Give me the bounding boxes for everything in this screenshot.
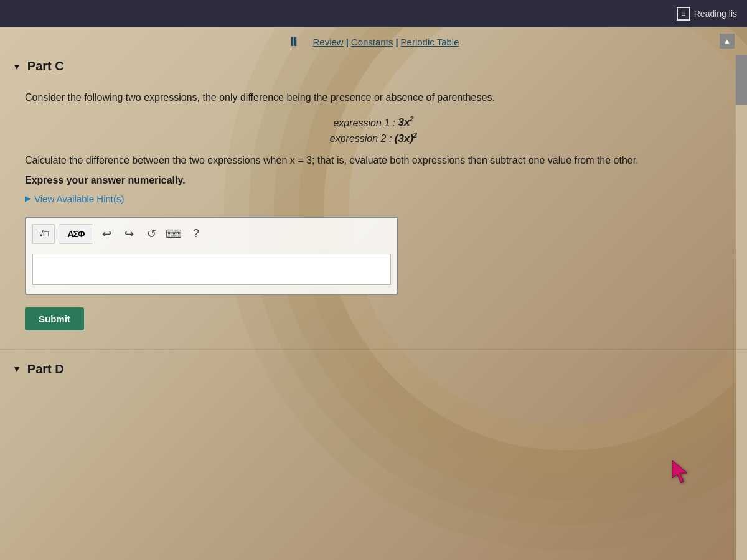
- refresh-icon: ↺: [147, 227, 156, 241]
- reading-list-icon: ≡: [677, 7, 690, 21]
- refresh-button[interactable]: ↺: [142, 225, 161, 243]
- expression-2-value: (3x)2: [395, 133, 417, 144]
- header-nav: ⏸ Review | Constants | Periodic Table ▲: [0, 27, 747, 54]
- bold-instruction: Express your answer numerically.: [25, 175, 722, 186]
- redo-icon: ↪: [125, 227, 134, 241]
- svg-marker-0: [672, 460, 687, 483]
- answer-input[interactable]: [32, 254, 391, 285]
- expression-1-label: expression 1 :: [333, 117, 398, 128]
- expression-1-line: expression 1 : 3x2: [25, 116, 722, 129]
- help-icon: ?: [193, 227, 199, 240]
- calculate-text: Calculate the difference between the two…: [25, 152, 722, 169]
- part-c-title: Part C: [27, 59, 64, 73]
- expressions-block: expression 1 : 3x2 expression 2 : (3x)2: [25, 116, 722, 145]
- part-c-header: ▼ Part C: [0, 54, 747, 83]
- greek-symbols-label: ΑΣΦ: [67, 229, 84, 239]
- hint-link[interactable]: ▶ View Available Hint(s): [25, 194, 722, 204]
- keyboard-icon: ⌨: [166, 227, 182, 241]
- help-button[interactable]: ?: [187, 225, 205, 243]
- part-d-title: Part D: [27, 362, 64, 376]
- undo-icon: ↩: [102, 227, 111, 241]
- expression-2-line: expression 2 : (3x)2: [25, 131, 722, 145]
- constants-link[interactable]: Constants: [351, 37, 393, 47]
- hint-label: View Available Hint(s): [34, 194, 125, 204]
- review-link[interactable]: Review: [312, 37, 343, 47]
- hint-arrow: ▶: [25, 194, 31, 203]
- keyboard-button[interactable]: ⌨: [164, 225, 183, 243]
- expression-2-label: expression 2 :: [330, 133, 395, 144]
- part-c-collapse-arrow[interactable]: ▼: [12, 62, 21, 72]
- question-area: Consider the following two expressions, …: [0, 83, 747, 343]
- part-d-header: ▼ Part D: [0, 349, 747, 383]
- nav-links: Review | Constants | Periodic Table: [312, 37, 459, 47]
- reading-list-button[interactable]: ≡ Reading lis: [677, 7, 737, 21]
- answer-toolbar: √□ ΑΣΦ ↩ ↪ ↺ ⌨ ?: [32, 224, 391, 248]
- undo-button[interactable]: ↩: [97, 225, 116, 243]
- periodic-table-link[interactable]: Periodic Table: [401, 37, 459, 47]
- expression-1-value: 3x2: [398, 116, 414, 128]
- main-content: ⏸ Review | Constants | Periodic Table ▲ …: [0, 27, 747, 560]
- separator-2: |: [395, 37, 398, 47]
- separator-1: |: [346, 37, 349, 47]
- part-d-collapse-arrow[interactable]: ▼: [12, 364, 21, 374]
- math-editor-icon: √□: [39, 229, 49, 238]
- greek-symbols-button[interactable]: ΑΣΦ: [59, 224, 93, 244]
- scroll-up-button[interactable]: ▲: [720, 34, 735, 49]
- redo-button[interactable]: ↪: [120, 225, 138, 243]
- pause-icon[interactable]: ⏸: [288, 35, 300, 49]
- math-editor-button[interactable]: √□: [32, 224, 55, 244]
- question-intro-text: Consider the following two expressions, …: [25, 90, 722, 106]
- answer-box: √□ ΑΣΦ ↩ ↪ ↺ ⌨ ?: [25, 217, 398, 295]
- top-bar: ≡ Reading lis: [0, 0, 747, 27]
- reading-list-label: Reading lis: [694, 9, 737, 19]
- submit-button[interactable]: Submit: [25, 307, 84, 330]
